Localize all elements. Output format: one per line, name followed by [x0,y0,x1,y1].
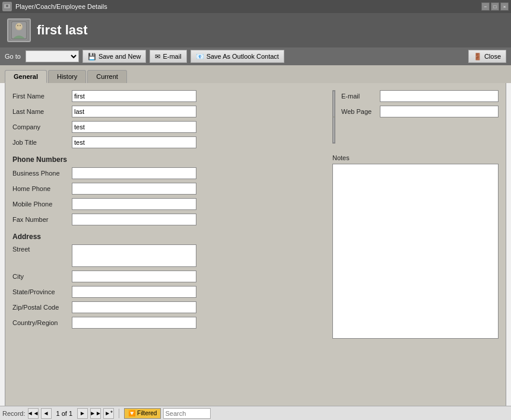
country-label: Country/Region [12,319,72,326]
title-bar: Player/Coach/Employee Details − □ × [0,0,511,13]
street-input[interactable] [72,244,196,267]
first-name-row: First Name [12,90,323,102]
tab-content: First Name Last Name Company Job Title P… [5,83,506,420]
city-row: City [12,271,323,282]
save-outlook-icon: 📧 [196,53,204,61]
fax-number-label: Fax Number [12,216,72,223]
goto-label: Go to [5,53,21,60]
state-label: State/Province [12,288,72,295]
job-title-input[interactable] [72,136,196,148]
mobile-phone-input[interactable] [72,198,196,210]
email-input[interactable] [380,90,499,102]
svg-point-2 [6,5,8,7]
email-button[interactable]: ✉ E-mail [150,50,186,63]
address-header: Address [12,233,323,241]
country-row: Country/Region [12,317,323,329]
job-title-label: Job Title [12,139,72,146]
toolbar: Go to 💾 Save and New ✉ E-mail 📧 Save As … [0,47,511,65]
mobile-phone-row: Mobile Phone [12,198,323,210]
window-close-btn[interactable]: × [500,2,509,11]
minimize-btn[interactable]: − [481,2,490,11]
notes-label: Notes [332,154,499,161]
city-label: City [12,273,72,280]
state-input[interactable] [72,286,196,298]
home-phone-label: Home Phone [12,185,72,192]
phone-numbers-header: Phone Numbers [12,155,323,164]
company-label: Company [12,123,72,131]
street-row: Street [12,244,323,267]
record-label: Record: [2,410,26,417]
prev-record-btn[interactable]: ◄ [41,408,52,419]
home-phone-row: Home Phone [12,183,323,195]
header-icon [7,18,31,42]
business-phone-input[interactable] [72,167,196,179]
first-record-btn[interactable]: ◄◄ [28,408,39,419]
search-input[interactable] [163,408,211,419]
tab-history[interactable]: History [48,70,86,83]
email-web-section: E-mail Web Page [341,90,499,121]
fax-number-row: Fax Number [12,214,323,225]
last-name-label: Last Name [12,108,72,115]
tabs-container: General History Current [0,65,511,83]
company-input[interactable] [72,121,196,133]
header: first last [0,13,511,47]
photo-area [332,90,335,144]
last-name-input[interactable] [72,106,196,117]
last-record-btn[interactable]: ►► [90,408,101,419]
next-record-btn[interactable]: ► [77,408,88,419]
form-left: First Name Last Name Company Job Title P… [12,90,323,340]
last-name-row: Last Name [12,106,323,117]
save-new-icon: 💾 [88,53,96,61]
email-row: E-mail [341,90,499,102]
zip-input[interactable] [72,301,196,313]
business-phone-label: Business Phone [12,170,72,177]
tab-current[interactable]: Current [87,70,127,83]
country-input[interactable] [72,317,196,329]
svg-point-7 [17,25,18,26]
new-record-btn[interactable]: ►* [103,408,114,419]
record-count: 1 of 1 [56,410,73,417]
app-icon [2,2,12,11]
status-bar: Record: ◄◄ ◄ 1 of 1 ► ►► ►* 🔽 Filtered [0,406,511,420]
svg-point-6 [16,23,22,29]
zip-label: Zip/Postal Code [12,304,72,311]
street-label: Street [12,244,72,253]
first-name-label: First Name [12,93,72,100]
web-page-input[interactable] [380,106,499,117]
email-icon: ✉ [155,53,160,61]
goto-select[interactable] [26,50,79,62]
notes-textarea[interactable] [332,164,499,339]
filtered-btn[interactable]: 🔽 Filtered [124,408,161,419]
email-label: E-mail [341,93,380,100]
restore-btn[interactable]: □ [491,2,499,11]
close-icon: 🚪 [474,53,482,61]
first-name-input[interactable] [72,90,196,102]
city-input[interactable] [72,271,196,282]
notes-section: Notes [332,154,499,340]
window-title: Player/Coach/Employee Details [15,3,107,10]
save-new-button[interactable]: 💾 Save and New [82,50,147,63]
svg-point-8 [20,25,21,26]
fax-number-input[interactable] [72,214,196,225]
job-title-row: Job Title [12,136,323,148]
mobile-phone-label: Mobile Phone [12,201,72,208]
contact-photo [334,91,334,142]
header-title: first last [37,23,88,38]
form-right: E-mail Web Page Notes [332,90,499,340]
zip-row: Zip/Postal Code [12,301,323,313]
close-button[interactable]: 🚪 Close [468,50,506,63]
company-row: Company [12,121,323,133]
save-outlook-button[interactable]: 📧 Save As Outlook Contact [191,50,284,63]
web-page-label: Web Page [341,108,380,115]
business-phone-row: Business Phone [12,167,323,179]
home-phone-input[interactable] [72,183,196,195]
web-page-row: Web Page [341,106,499,117]
filter-icon: 🔽 [128,410,135,416]
tab-general[interactable]: General [5,70,47,83]
state-row: State/Province [12,286,323,298]
